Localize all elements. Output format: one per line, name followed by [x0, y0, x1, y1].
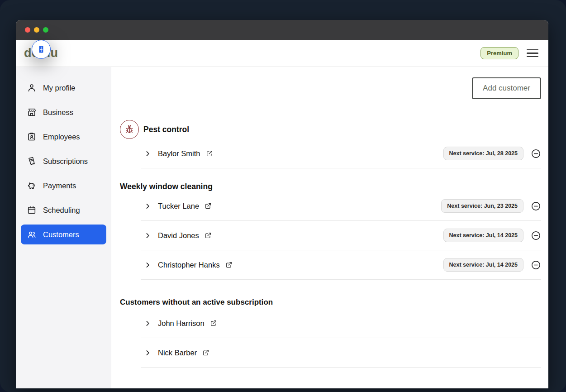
- app-window: domu Premium My profile Business Employe…: [16, 20, 548, 388]
- subscription-group-window-cleaning: Weekly window cleaning Tucker Lane Next …: [120, 182, 541, 280]
- chevron-right-icon[interactable]: [144, 232, 152, 239]
- customer-row[interactable]: Nick Barber: [141, 338, 541, 368]
- receipt-icon: [27, 156, 37, 166]
- external-link-icon[interactable]: [210, 320, 217, 327]
- sidebar-item-label: Payments: [43, 182, 76, 190]
- chevron-right-icon[interactable]: [144, 320, 152, 327]
- sidebar-item-employees[interactable]: Employees: [21, 127, 106, 147]
- subscription-group-pest-control: Pest control Baylor Smith Next service: …: [120, 120, 541, 168]
- sidebar-item-label: Employees: [43, 133, 80, 141]
- chevron-right-icon[interactable]: [144, 349, 152, 357]
- app-header: domu Premium: [16, 40, 548, 67]
- section-title: Customers without an active subscription: [120, 298, 541, 307]
- customer-row[interactable]: John Harrison: [141, 309, 541, 338]
- external-link-icon[interactable]: [206, 150, 213, 157]
- remove-customer-icon[interactable]: [531, 148, 541, 159]
- sidebar-item-scheduling[interactable]: Scheduling: [21, 200, 106, 220]
- group-title: Weekly window cleaning: [120, 182, 213, 191]
- sidebar-item-label: Scheduling: [43, 206, 80, 215]
- sidebar-item-payments[interactable]: Payments: [21, 176, 106, 196]
- customer-name: Nick Barber: [158, 349, 197, 357]
- group-header: Pest control: [120, 120, 541, 139]
- desktop-background: domu Premium My profile Business Employe…: [0, 0, 566, 392]
- person-icon: [27, 83, 37, 93]
- sidebar-item-subscriptions[interactable]: Subscriptions: [21, 151, 106, 171]
- remove-customer-icon[interactable]: [531, 230, 541, 241]
- customer-name: Baylor Smith: [158, 149, 200, 158]
- sidebar-item-business[interactable]: Business: [21, 102, 106, 122]
- sidebar: My profile Business Employees Subscripti…: [16, 67, 111, 388]
- customer-row[interactable]: David Jones Next service: Jul, 14 2025: [141, 221, 541, 250]
- group-header: Weekly window cleaning: [120, 182, 541, 191]
- minimize-window-button[interactable]: [34, 27, 39, 33]
- group-title: Pest control: [143, 125, 189, 134]
- close-window-button[interactable]: [25, 27, 30, 33]
- next-service-badge: Next service: Jul, 14 2025: [443, 229, 524, 242]
- next-service-badge: Next service: Jul, 14 2025: [443, 258, 524, 272]
- remove-customer-icon[interactable]: [531, 260, 541, 270]
- external-link-icon[interactable]: [225, 261, 233, 268]
- external-link-icon[interactable]: [205, 202, 212, 210]
- customers-page: Add customer Pest control: [111, 67, 548, 388]
- external-link-icon[interactable]: [205, 232, 212, 239]
- customer-row[interactable]: Tucker Lane Next service: Jun, 23 2025: [141, 191, 541, 221]
- id-badge-icon: [27, 132, 37, 142]
- next-service-badge: Next service: Jul, 28 2025: [443, 147, 524, 160]
- customer-name: David Jones: [158, 231, 199, 240]
- zoom-window-button[interactable]: [43, 27, 48, 33]
- sidebar-item-my-profile[interactable]: My profile: [21, 78, 106, 98]
- chevron-right-icon[interactable]: [144, 150, 152, 158]
- remove-customer-icon[interactable]: [531, 201, 541, 211]
- window-titlebar: [16, 20, 548, 40]
- sidebar-item-label: Customers: [43, 230, 79, 239]
- sidebar-item-label: Business: [43, 108, 73, 117]
- customer-row[interactable]: Baylor Smith Next service: Jul, 28 2025: [141, 139, 541, 168]
- customer-row[interactable]: Christopher Hanks Next service: Jul, 14 …: [141, 250, 541, 280]
- storefront-icon: [27, 107, 37, 117]
- people-icon: [27, 229, 37, 239]
- hamburger-menu-icon[interactable]: [527, 49, 538, 57]
- customer-name: Christopher Hanks: [158, 261, 220, 269]
- piggy-bank-icon: [27, 181, 37, 191]
- customer-name: Tucker Lane: [158, 202, 199, 210]
- next-service-badge: Next service: Jun, 23 2025: [441, 199, 523, 213]
- sidebar-item-label: Subscriptions: [43, 157, 88, 166]
- chevron-right-icon[interactable]: [144, 202, 152, 210]
- premium-badge[interactable]: Premium: [480, 47, 518, 59]
- calendar-icon: [27, 205, 37, 215]
- customer-name: John Harrison: [158, 319, 205, 328]
- unsubscribed-customers-section: Customers without an active subscription…: [120, 280, 541, 368]
- sidebar-item-customers[interactable]: Customers: [21, 225, 106, 244]
- bug-icon: [120, 120, 139, 139]
- external-link-icon[interactable]: [202, 349, 209, 356]
- chevron-right-icon[interactable]: [144, 261, 152, 269]
- add-customer-button[interactable]: Add customer: [472, 77, 541, 99]
- sidebar-item-label: My profile: [43, 84, 76, 92]
